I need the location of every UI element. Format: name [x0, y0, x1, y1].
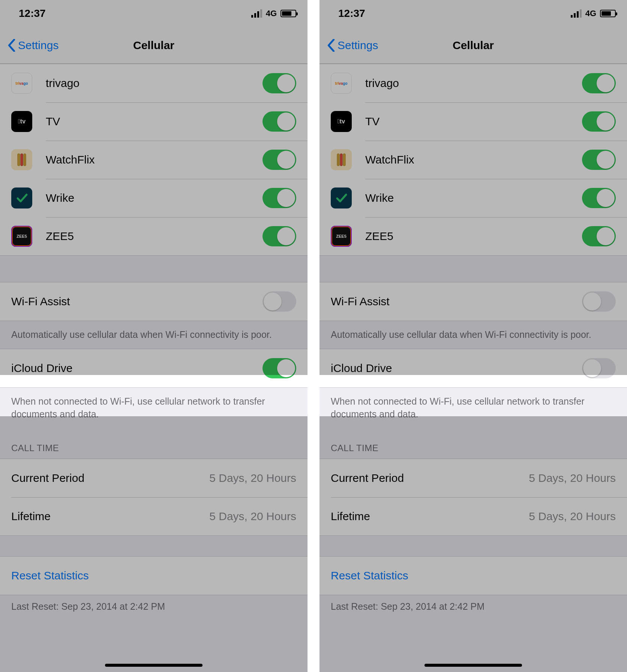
app-row-tv[interactable]: tv TV — [320, 102, 627, 141]
icloud-drive-label: iCloud Drive — [331, 362, 582, 375]
status-bar: 12:37 4G — [320, 0, 627, 27]
wifi-assist-group: Wi-Fi Assist — [0, 282, 308, 321]
battery-icon — [600, 10, 616, 17]
appletv-icon: tv — [331, 111, 352, 132]
status-right: 4G — [251, 9, 296, 18]
nav-bar: Settings Cellular — [0, 27, 308, 64]
network-label: 4G — [585, 9, 596, 18]
app-toggle[interactable] — [262, 73, 296, 93]
app-label: Wrike — [365, 192, 582, 204]
app-row-watchflix[interactable]: WatchFlix — [0, 141, 308, 179]
back-label: Settings — [18, 39, 58, 52]
nav-bar: Settings Cellular — [320, 27, 627, 64]
lifetime-row[interactable]: Lifetime 5 Days, 20 Hours — [0, 497, 308, 536]
wifi-assist-label: Wi-Fi Assist — [331, 295, 582, 308]
last-reset-text: Last Reset: Sep 23, 2014 at 2:42 PM — [0, 595, 308, 621]
watchflix-icon — [11, 149, 32, 170]
zee5-icon: ZEE5 — [11, 226, 32, 247]
screenshot-left: 12:37 4G Settings Cellular trivago triva… — [0, 0, 308, 672]
back-button[interactable]: Settings — [8, 39, 58, 52]
app-label: Wrike — [46, 192, 262, 204]
wifi-assist-toggle[interactable] — [582, 291, 616, 312]
app-row-zee5[interactable]: ZEE5 ZEE5 — [0, 217, 308, 255]
icloud-drive-row[interactable]: iCloud Drive — [320, 349, 627, 387]
wifi-assist-row[interactable]: Wi-Fi Assist — [0, 282, 308, 321]
apps-group[interactable]: trivago trivago tv TV WatchFlix Wrike Z… — [0, 64, 308, 256]
app-label: trivago — [46, 77, 262, 90]
icloud-drive-toggle[interactable] — [262, 358, 296, 378]
status-bar: 12:37 4G — [0, 0, 308, 27]
current-period-row[interactable]: Current Period 5 Days, 20 Hours — [0, 459, 308, 497]
reset-group: Reset Statistics — [320, 556, 627, 595]
app-row-wrike[interactable]: Wrike — [0, 179, 308, 217]
app-row-trivago[interactable]: trivago trivago — [320, 64, 627, 102]
reset-group: Reset Statistics — [0, 556, 308, 595]
svg-rect-2 — [24, 154, 26, 166]
chevron-left-icon — [327, 39, 335, 52]
app-row-watchflix[interactable]: WatchFlix — [320, 141, 627, 179]
wifi-assist-group: Wi-Fi Assist — [320, 282, 627, 321]
watchflix-icon — [331, 149, 352, 170]
icloud-drive-row[interactable]: iCloud Drive — [0, 349, 308, 387]
reset-statistics-button[interactable]: Reset Statistics — [0, 556, 308, 595]
app-label: WatchFlix — [365, 153, 582, 166]
row-value: 5 Days, 20 Hours — [209, 472, 296, 484]
app-toggle[interactable] — [262, 111, 296, 132]
app-row-trivago[interactable]: trivago trivago — [0, 64, 308, 102]
row-label: Lifetime — [331, 510, 529, 523]
svg-rect-5 — [343, 154, 345, 166]
app-toggle[interactable] — [262, 150, 296, 170]
appletv-icon: tv — [11, 111, 32, 132]
cell-signal-icon — [571, 9, 582, 18]
home-indicator[interactable] — [105, 664, 202, 667]
app-toggle[interactable] — [582, 111, 616, 132]
wrike-icon — [331, 188, 352, 208]
svg-rect-0 — [18, 154, 20, 166]
wifi-assist-toggle[interactable] — [262, 291, 296, 312]
app-row-zee5[interactable]: ZEE5 ZEE5 — [320, 217, 627, 255]
app-toggle[interactable] — [582, 188, 616, 208]
app-row-wrike[interactable]: Wrike — [320, 179, 627, 217]
wifi-assist-label: Wi-Fi Assist — [11, 295, 262, 308]
apps-group[interactable]: trivago trivago tv TV WatchFlix Wrike Z… — [320, 64, 627, 256]
app-toggle[interactable] — [262, 226, 296, 246]
app-toggle[interactable] — [582, 150, 616, 170]
lifetime-row[interactable]: Lifetime 5 Days, 20 Hours — [320, 497, 627, 536]
row-label: Lifetime — [11, 510, 209, 523]
last-reset-text: Last Reset: Sep 23, 2014 at 2:42 PM — [320, 595, 627, 621]
app-toggle[interactable] — [582, 73, 616, 93]
wifi-assist-footer: Automatically use cellular data when Wi-… — [0, 321, 308, 349]
current-period-row[interactable]: Current Period 5 Days, 20 Hours — [320, 459, 627, 497]
cell-signal-icon — [251, 9, 262, 18]
reset-label: Reset Statistics — [11, 569, 89, 582]
panel-gap — [308, 0, 320, 672]
chevron-left-icon — [8, 39, 16, 52]
back-button[interactable]: Settings — [327, 39, 378, 52]
icloud-drive-toggle[interactable] — [582, 358, 616, 378]
status-time: 12:37 — [338, 8, 365, 20]
call-time-group: Current Period 5 Days, 20 Hours Lifetime… — [0, 459, 308, 536]
reset-statistics-button[interactable]: Reset Statistics — [320, 556, 627, 595]
app-label: WatchFlix — [46, 153, 262, 166]
network-label: 4G — [266, 9, 277, 18]
call-time-group: Current Period 5 Days, 20 Hours Lifetime… — [320, 459, 627, 536]
back-label: Settings — [338, 39, 378, 52]
svg-rect-4 — [340, 154, 342, 166]
wifi-assist-footer: Automatically use cellular data when Wi-… — [320, 321, 627, 349]
icloud-drive-group: iCloud Drive — [320, 349, 627, 388]
row-value: 5 Days, 20 Hours — [529, 472, 616, 484]
home-indicator[interactable] — [424, 664, 522, 667]
app-toggle[interactable] — [262, 188, 296, 208]
app-row-tv[interactable]: tv TV — [0, 102, 308, 141]
call-time-header: CALL TIME — [0, 428, 308, 459]
app-label: TV — [365, 115, 582, 128]
app-toggle[interactable] — [582, 226, 616, 246]
row-label: Current Period — [331, 472, 529, 484]
row-value: 5 Days, 20 Hours — [209, 510, 296, 523]
icloud-drive-label: iCloud Drive — [11, 362, 262, 375]
row-label: Current Period — [11, 472, 209, 484]
reset-label: Reset Statistics — [331, 569, 408, 582]
wifi-assist-row[interactable]: Wi-Fi Assist — [320, 282, 627, 321]
zee5-icon: ZEE5 — [331, 226, 352, 247]
app-label: ZEE5 — [365, 230, 582, 243]
